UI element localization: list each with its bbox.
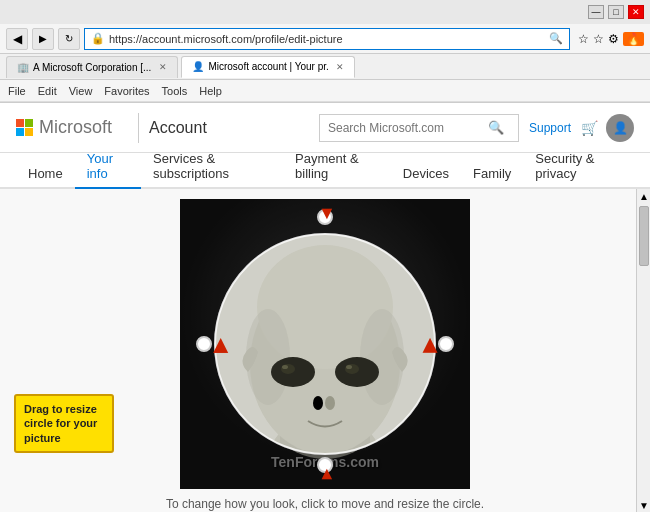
tab-close-1[interactable]: ✕ (159, 62, 167, 72)
menu-edit[interactable]: Edit (38, 85, 57, 97)
menu-tools[interactable]: Tools (162, 85, 188, 97)
browser-tab-2[interactable]: 👤 Microsoft account | Your pr... ✕ (181, 56, 355, 78)
maximize-button[interactable]: □ (608, 5, 624, 19)
tab-services[interactable]: Services & subscriptions (141, 145, 283, 189)
close-button[interactable]: ✕ (628, 5, 644, 19)
scrollbar-thumb[interactable] (639, 206, 649, 266)
profile-edit-area: TenForums.com (0, 189, 650, 512)
support-link[interactable]: Support (529, 121, 571, 135)
tab-devices[interactable]: Devices (391, 160, 461, 189)
back-button[interactable]: ◀ (6, 28, 28, 50)
title-bar: — □ ✕ (0, 0, 650, 24)
svg-point-38 (325, 396, 335, 410)
menu-view[interactable]: View (69, 85, 93, 97)
header-divider (138, 113, 139, 143)
svg-point-35 (282, 365, 288, 369)
search-magnifier: 🔍 (549, 32, 563, 45)
browser-tab-1[interactable]: 🏢 A Microsoft Corporation [... ✕ (6, 56, 178, 78)
url-text: https://account.microsoft.com/profile/ed… (109, 33, 545, 45)
user-avatar[interactable]: 👤 (606, 114, 634, 142)
image-container[interactable]: TenForums.com (180, 199, 470, 489)
tooltip-drag: Drag to resize circle for your picture (14, 394, 114, 453)
search-input[interactable] (328, 121, 488, 135)
scrollbar[interactable]: ▲ ▼ (636, 189, 650, 512)
search-box[interactable]: 🔍 (319, 114, 519, 142)
menu-file[interactable]: File (8, 85, 26, 97)
window-controls[interactable]: — □ ✕ (588, 5, 644, 19)
brand-name: Microsoft (39, 117, 112, 138)
address-field[interactable]: 🔒 https://account.microsoft.com/profile/… (84, 28, 570, 50)
arrow-top-icon: ▼ (318, 203, 336, 224)
microsoft-logo: Microsoft (16, 117, 122, 138)
tab-home[interactable]: Home (16, 160, 75, 189)
ms-squares-icon (16, 119, 33, 136)
lock-icon: 🔒 (91, 32, 105, 45)
svg-point-36 (346, 365, 352, 369)
header-account-label: Account (149, 119, 207, 137)
cart-icon[interactable]: 🛒 (581, 120, 598, 136)
address-bar: ◀ ▶ ↻ 🔒 https://account.microsoft.com/pr… (0, 24, 650, 54)
search-icon: 🔍 (488, 120, 504, 135)
minimize-button[interactable]: — (588, 5, 604, 19)
menu-favorites[interactable]: Favorites (104, 85, 149, 97)
refresh-button[interactable]: ↻ (58, 28, 80, 50)
arrow-left-icon: ▶ (208, 339, 230, 353)
scroll-down-button[interactable]: ▼ (637, 498, 650, 512)
tab-bar: 🏢 A Microsoft Corporation [... ✕ 👤 Micro… (0, 54, 650, 80)
tab-your-info[interactable]: Your info (75, 145, 141, 189)
tab-family[interactable]: Family (461, 160, 523, 189)
instruction-text: To change how you look, click to move an… (166, 497, 484, 511)
arrow-right-icon: ◀ (420, 339, 442, 353)
svg-point-37 (313, 396, 323, 410)
menu-bar: File Edit View Favorites Tools Help (0, 80, 650, 102)
tab-close-2[interactable]: ✕ (336, 62, 344, 72)
menu-help[interactable]: Help (199, 85, 222, 97)
arrow-bottom-icon: ▼ (318, 464, 336, 485)
tab-payment[interactable]: Payment & billing (283, 145, 391, 189)
tab-security[interactable]: Security & privacy (523, 145, 634, 189)
forward-button[interactable]: ▶ (32, 28, 54, 50)
toolbar-icons: ☆ ☆ ⚙ 🔥 (578, 32, 644, 46)
scroll-up-button[interactable]: ▲ (637, 189, 650, 204)
nav-tabs: Home Your info Services & subscriptions … (0, 153, 650, 189)
